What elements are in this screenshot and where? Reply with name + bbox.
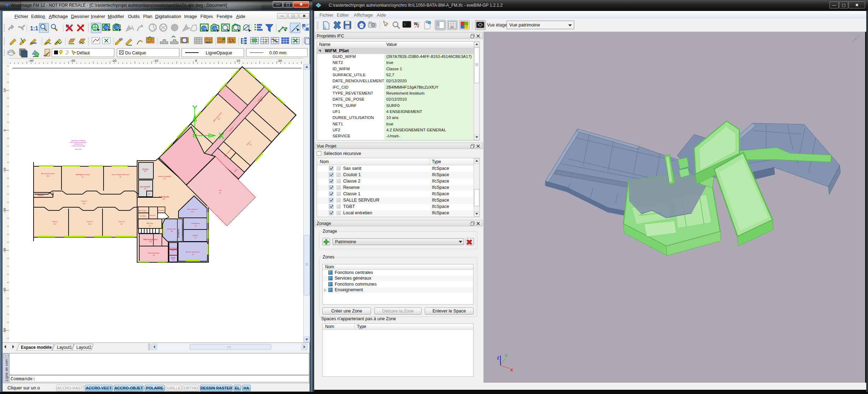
- svg-text:19: 19: [195, 225, 197, 227]
- svg-text:4 SPECIMORPIO: 4 SPECIMORPIO: [74, 144, 84, 145]
- svg-text:Salle préparation: Salle préparation: [148, 252, 160, 254]
- svg-text:1:1: 1:1: [30, 25, 38, 31]
- svg-text:-10: -10: [153, 59, 158, 62]
- svg-text:Couloir 1: Couloir 1: [81, 200, 87, 202]
- svg-text:-40: -40: [2, 288, 6, 293]
- svg-text:7,5: 7,5: [144, 188, 147, 190]
- svg-text:15: 15: [119, 37, 123, 41]
- svg-text:0: 0: [195, 59, 197, 62]
- svg-text:WC: WC: [148, 193, 151, 195]
- svg-text:-30: -30: [2, 248, 6, 253]
- svg-text:-30: -30: [70, 59, 75, 62]
- svg-text:58: 58: [153, 255, 155, 256]
- svg-text:4,2: 4,2: [149, 241, 152, 243]
- svg-text:-10: -10: [2, 168, 6, 173]
- svg-text:Classe 1: Classe 1: [52, 221, 58, 222]
- svg-text:Annexe dégustation: Annexe dégustation: [186, 251, 200, 253]
- svg-text:Y: Y: [505, 354, 508, 358]
- svg-text:Layout1: Layout1: [57, 345, 72, 350]
- svg-text:Niveau RDC: Niveau RDC: [75, 149, 82, 150]
- svg-text:SAS CHAUFF.: SAS CHAUFF.: [140, 186, 150, 188]
- svg-text:55,6: 55,6: [47, 175, 50, 177]
- svg-text:San gars': San gars': [150, 214, 156, 216]
- svg-text:0.00 mm: 0.00 mm: [269, 50, 287, 55]
- svg-text:60,7: 60,7: [54, 223, 57, 225]
- svg-text:Défaut: Défaut: [77, 50, 90, 55]
- svg-text:ArmCompta: ArmCompta: [139, 210, 147, 211]
- svg-text:Classe 2: Classe 2: [87, 221, 93, 222]
- svg-text:59,1: 59,1: [88, 223, 92, 225]
- svg-text:Vue étage:: Vue étage:: [487, 23, 508, 28]
- svg-text:-50: -50: [2, 328, 6, 333]
- svg-text:Rangem.: Rangem.: [38, 195, 44, 196]
- svg-text:N: N: [857, 34, 860, 38]
- svg-text:86: 86: [219, 192, 221, 194]
- svg-text:Séance Rappel Mécanho: Séance Rappel Mécanho: [112, 174, 129, 175]
- svg-text:63: 63: [82, 176, 84, 178]
- svg-text:24: 24: [192, 253, 194, 255]
- svg-text:Classe 3: Classe 3: [118, 221, 125, 222]
- svg-text:0: 0: [2, 129, 6, 131]
- svg-text:74,1: 74,1: [83, 203, 86, 204]
- svg-text:Arm. Infirmerie: Arm. Infirmerie: [188, 208, 198, 210]
- svg-text:LigneOpaque: LigneOpaque: [206, 50, 232, 55]
- svg-text:20: 20: [149, 225, 151, 227]
- svg-text:APPETENCE ESPACES: APPETENCE ESPACES: [71, 140, 86, 142]
- svg-text:2: 2: [417, 24, 419, 28]
- svg-text:Arm Dgmts: Arm Dgmts: [169, 247, 177, 249]
- svg-text:6,7: 6,7: [145, 171, 147, 172]
- svg-text:CDI: CDI: [219, 190, 222, 191]
- svg-text:Détente Sp BallRol: Détente Sp BallRol: [158, 175, 171, 177]
- svg-text:Rechauffeur: Rechauffeur: [178, 229, 180, 238]
- svg-text:10: 10: [236, 59, 240, 62]
- svg-text:Art plastique: Art plastique: [168, 228, 176, 230]
- svg-text:7,4: 7,4: [172, 259, 175, 261]
- svg-text:Du Calque: Du Calque: [125, 50, 146, 55]
- svg-text:Sani4filles: Sani4filles: [140, 215, 146, 217]
- svg-text:10: 10: [2, 89, 6, 92]
- svg-text:Sani garçons: Sani garçons: [157, 209, 165, 211]
- svg-text:20: 20: [278, 59, 282, 62]
- svg-text:20,7: 20,7: [191, 211, 194, 213]
- svg-text:Accès Escalier: Accès Escalier: [159, 196, 169, 198]
- svg-text:60: 60: [121, 223, 123, 225]
- svg-text:Z: Z: [497, 356, 499, 360]
- svg-text:-20: -20: [112, 59, 117, 62]
- svg-text:INFECTEURS ENTRE HAUT: INFECTEURS ENTRE HAUT: [70, 142, 87, 143]
- svg-text:Vue patrimoine: Vue patrimoine: [509, 22, 540, 28]
- svg-text:62: 62: [120, 176, 122, 178]
- svg-text:BBQ Rgt: BBQ Rgt: [147, 222, 153, 224]
- svg-text:Dgt Rgm: Dgt Rgm: [142, 168, 149, 170]
- svg-text:X: X: [510, 368, 513, 372]
- svg-text:6 ESPECES REPOSAIT: 6 ESPECES REPOSAIT: [71, 145, 86, 147]
- svg-text:-20: -20: [2, 208, 6, 213]
- svg-text:19: 19: [195, 237, 197, 239]
- svg-text:8,2: 8,2: [163, 198, 165, 200]
- svg-text:77,7: 77,7: [163, 178, 166, 180]
- svg-text:Salle de dégustation: Salle de dégustation: [143, 239, 158, 240]
- svg-text:?: ?: [386, 22, 388, 27]
- svg-text:ADM Apprentissage: ADM Apprentissage: [76, 174, 90, 175]
- svg-text:Comptabilité: Comptabilité: [191, 222, 200, 224]
- svg-text:Layout2: Layout2: [76, 345, 92, 350]
- svg-text:Accueil périscolaire: Accueil périscolaire: [41, 173, 55, 174]
- svg-text:Espace modèle: Espace modèle: [21, 345, 52, 350]
- svg-text:59: 59: [171, 231, 173, 232]
- svg-text:Dépôt: Dépôt: [171, 257, 176, 259]
- svg-text:Anglais: Anglais: [193, 234, 198, 236]
- svg-text:-40: -40: [29, 59, 34, 62]
- svg-text:5,7: 5,7: [172, 250, 175, 251]
